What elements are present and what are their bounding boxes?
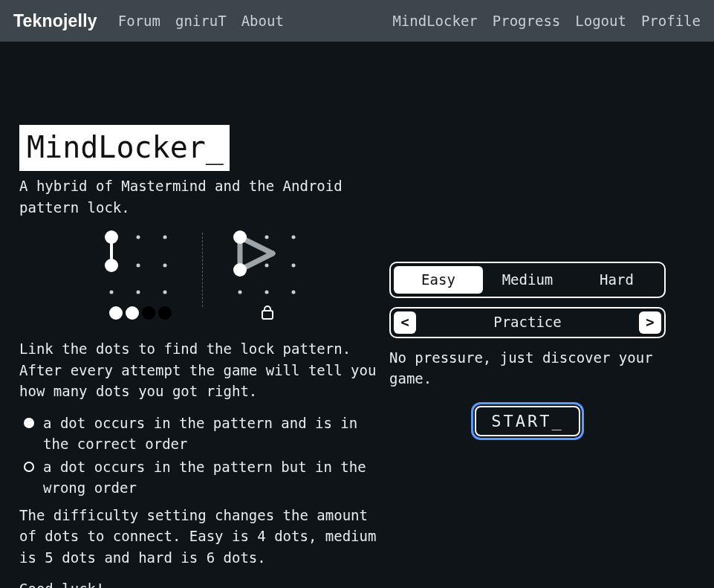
title-cursor-icon: _ [206,130,222,164]
svg-point-6 [163,264,167,268]
svg-point-23 [238,291,242,294]
controls-column: Easy Medium Hard < Practice > No pressur… [389,125,695,588]
illustration-right-grid [230,228,304,325]
svg-rect-26 [262,311,273,319]
svg-point-13 [158,306,172,320]
difficulty-selector: Easy Medium Hard [389,262,666,298]
mode-label: Practice [416,311,639,333]
legend-item-correct: a dot occurs in the pattern and is in th… [19,413,377,455]
hollow-dot-icon [24,462,34,472]
svg-point-20 [292,236,296,239]
svg-point-24 [265,291,269,294]
nav-about[interactable]: About [241,10,284,32]
svg-point-9 [163,291,167,294]
brand-logo[interactable]: Teknojelly [13,8,97,34]
illustration-left-grid [101,228,175,325]
svg-point-19 [265,236,269,239]
mode-next-button[interactable]: > [639,311,661,334]
difficulty-hard[interactable]: Hard [572,266,661,294]
svg-point-18 [233,263,247,277]
legend-text: a dot occurs in the pattern and is in th… [43,413,377,455]
svg-point-12 [142,306,155,320]
svg-point-4 [163,236,167,239]
primary-nav: Forum gniruT About [118,10,284,32]
start-button[interactable]: START_ [475,406,580,436]
pattern-illustration [101,228,377,325]
user-nav: MindLocker Progress Logout Profile [392,10,701,32]
feedback-row-icon [109,306,172,320]
nav-progress[interactable]: Progress [493,10,561,32]
svg-point-5 [137,264,140,268]
nav-profile[interactable]: Profile [641,10,701,32]
illustration-divider [202,233,203,307]
svg-point-10 [109,306,123,320]
difficulty-easy[interactable]: Easy [394,266,483,294]
svg-point-8 [137,291,140,294]
mode-description: No pressure, just discover your game. [389,347,695,390]
svg-point-3 [137,236,140,239]
mode-selector: < Practice > [389,307,666,338]
cursor-icon: _ [104,581,112,588]
svg-point-22 [292,264,296,268]
svg-point-1 [105,230,118,244]
mode-prev-button[interactable]: < [394,311,416,334]
instructions-column: MindLocker_ A hybrid of Mastermind and t… [19,125,377,588]
svg-point-2 [105,259,118,272]
difficulty-medium[interactable]: Medium [483,266,572,294]
filled-dot-icon [24,418,34,428]
svg-point-11 [126,306,139,320]
svg-point-25 [292,291,296,294]
nav-forum[interactable]: Forum [118,10,160,32]
main-content: MindLocker_ A hybrid of Mastermind and t… [0,42,714,588]
legend-list: a dot occurs in the pattern and is in th… [19,413,377,499]
site-header: Teknojelly Forum gniruT About MindLocker… [0,0,714,42]
svg-point-21 [265,264,269,268]
legend-text: a dot occurs in the pattern but in the w… [43,456,377,499]
legend-item-wrong-order: a dot occurs in the pattern but in the w… [19,456,377,499]
intro-text: Link the dots to find the lock pattern. … [19,338,377,402]
goodluck-text: Good luck!_ [19,578,377,588]
nav-logout[interactable]: Logout [575,10,626,32]
page-subtitle: A hybrid of Mastermind and the Android p… [19,175,377,218]
svg-point-17 [233,230,247,244]
lock-icon [262,306,273,319]
nav-gnirut[interactable]: gniruT [175,10,227,32]
difficulty-text: The difficulty setting changes the amoun… [19,505,377,569]
nav-mindlocker[interactable]: MindLocker [392,10,477,32]
svg-point-7 [110,291,114,294]
page-title: MindLocker_ [19,125,230,171]
